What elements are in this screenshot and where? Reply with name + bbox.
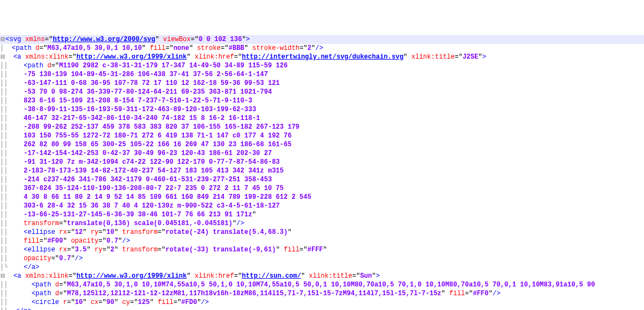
code-line: ││ -208 99-262 252-137 459 378 583 383 8… xyxy=(0,123,644,131)
code-editor[interactable]: ⊟<svg xmlns="http://www.w3.org/2000/svg"… xyxy=(0,35,644,310)
tag-token: <a xyxy=(13,53,21,61)
attr-value-token: 10 xyxy=(75,298,83,306)
attr-value-token: -75 138-139 104-89-45-31-286 106-438 37-… xyxy=(24,71,268,78)
attr-name-token: rx xyxy=(59,228,67,236)
link-text[interactable]: http://intertwingly.net/svg/dukechain.sv… xyxy=(242,53,403,61)
punct-token: " xyxy=(233,220,236,227)
fold-toggle[interactable]: ⊟ xyxy=(0,35,5,44)
line-content: </a> xyxy=(8,307,31,310)
punct-token: =" xyxy=(299,246,307,254)
attr-name-token: xmlns:xlink xyxy=(25,272,68,280)
attr-value-token: Sun xyxy=(360,272,372,280)
punct-token: " xyxy=(252,211,256,219)
punct-token: =" xyxy=(68,53,76,61)
attr-value-token: -208 99-262 252-137 459 378 583 383 820 … xyxy=(24,123,299,131)
attr-value-token: 0 0 102 136 xyxy=(199,36,242,43)
attr-value-token: 46-147 32-217-65-342-86-110-34-240 74-18… xyxy=(24,114,260,122)
punct-token: =" xyxy=(59,281,67,289)
attr-name-token: transform xyxy=(122,228,158,236)
attr-value-token: rotate(-24) translate(5.4,68.3) xyxy=(166,228,288,236)
tag-token: <a xyxy=(13,272,21,280)
line-content: <a xmlns:xlink="http://www.w3.org/1999/x… xyxy=(5,53,486,61)
punct-token: =" xyxy=(234,53,242,61)
punct-token: " xyxy=(403,53,411,61)
code-line: ││ -13-66-25-131-27-145-6-36-39 38-46 10… xyxy=(0,210,644,219)
code-line: ││ transform="translate(0,136) scale(0.0… xyxy=(0,219,644,228)
attr-name-token: rx xyxy=(59,246,67,254)
punct-token: " xyxy=(323,246,327,254)
tag-token: /> xyxy=(492,290,500,297)
code-line: │ <path d="M63,47a10,5 30,0,1 10,10" fil… xyxy=(0,44,644,53)
tag-token: /> xyxy=(236,220,244,227)
punct-token: " xyxy=(372,272,376,280)
tag-token: > xyxy=(482,53,486,61)
line-content: opacity="0.7"/> xyxy=(8,255,83,262)
link-text[interactable]: http://www.w3.org/2000/svg xyxy=(53,36,155,43)
attr-value-token: 12 xyxy=(75,228,83,236)
punct-token: =" xyxy=(59,290,67,297)
link-text[interactable]: http://sun.com/ xyxy=(242,272,301,280)
punct-token xyxy=(55,228,59,236)
code-line: ││ -38-8-99-11-135-16-193-59-311-172-463… xyxy=(0,105,644,114)
punct-token: " xyxy=(301,272,309,280)
line-content: -38-8-99-11-135-16-193-59-311-172-463-89… xyxy=(8,106,256,113)
line-content: 4 30 8 66 11 80 2 14 9 52 14 85 109 661 … xyxy=(8,193,311,201)
attr-name-token: xlink:href xyxy=(195,53,234,61)
attr-name-token: opacity xyxy=(71,237,98,245)
attr-value-token: #FD0 xyxy=(181,298,197,306)
code-line: ││ 262 82 80 99 158 65 300-25 105-22 166… xyxy=(0,140,644,149)
attr-name-token: d xyxy=(55,281,59,289)
line-content: <circle r="10" cx="90" cy="125" fill="#F… xyxy=(8,298,208,306)
attr-name-token: opacity xyxy=(24,255,51,262)
tag-token: > xyxy=(246,36,250,43)
code-line: ││ 4 30 8 66 11 80 2 14 9 52 14 85 109 6… xyxy=(0,193,644,202)
code-line: ││ -53 70 0 98-274 36-339-77-80-124-64-2… xyxy=(0,88,644,96)
line-content: 823 6-16 15-109 21-208 8-154 7-237-7-510… xyxy=(8,97,252,105)
code-line: ││ -17-142-154-142-253 0-42-37 30-49 96-… xyxy=(0,149,644,158)
tag-token: </a> xyxy=(16,307,32,310)
attr-name-token: xmlns xyxy=(25,36,45,43)
attr-value-token: -214 c237-426 341-786 342-1179 0-460-61-… xyxy=(24,176,272,183)
link-text[interactable]: http://www.w3.org/1999/xlink xyxy=(77,272,187,280)
code-line: ││ 823 6-16 15-109 21-208 8-154 7-237-7-… xyxy=(0,96,644,105)
attr-value-token: -13-66-25-131-27-145-6-36-39 38-46 101-7… xyxy=(24,211,252,219)
line-content: <path d="M78,125l12,12l12-12l-12-12zM81,… xyxy=(8,290,500,297)
punct-token: =" xyxy=(102,246,110,254)
attr-name-token: fill xyxy=(158,298,173,306)
punct-token: " xyxy=(142,44,149,52)
punct-token xyxy=(21,53,25,61)
line-content: 367-824 35-124-110-190-136-208-80-7 22-7… xyxy=(8,185,283,192)
attr-value-token: -63-147-111 0-68 36-95 107-78 72 17 110 … xyxy=(24,79,280,87)
punct-token: =" xyxy=(158,228,165,236)
line-content: -208 99-262 252-137 459 378 583 383 820 … xyxy=(8,123,299,131)
code-line: ││ 303-6 28-4 32 15 36 38 7 40 4 120-139… xyxy=(0,202,644,210)
attr-name-token: cy xyxy=(122,298,130,306)
code-line: ⊟ <a xmlns:xlink="http://www.w3.org/1999… xyxy=(0,53,644,61)
line-content: 103 150 755-55 1272-72 180-71 272 6 419 … xyxy=(8,132,292,140)
line-content: </a> xyxy=(8,263,39,271)
tag-token: > xyxy=(376,272,380,280)
fold-toggle[interactable]: ⊟ xyxy=(0,53,5,61)
line-content: <path d="M63,47a10,5 30,0,1 10,10" fill=… xyxy=(4,44,323,52)
punct-token xyxy=(21,272,25,280)
punct-token: " xyxy=(288,228,292,236)
punct-token: " xyxy=(114,228,122,236)
fold-toggle[interactable]: ⊟ xyxy=(0,272,5,280)
punct-token: =" xyxy=(234,272,242,280)
punct-token: =" xyxy=(67,298,74,306)
punct-token: " xyxy=(63,237,71,245)
attr-value-token: 2 xyxy=(111,246,114,254)
attr-value-token: 303-6 28-4 32 15 36 38 7 40 4 120-139z m… xyxy=(24,202,280,210)
attr-name-token: d xyxy=(55,290,59,297)
attr-value-token: -53 70 0 98-274 36-339-77-80-124-64-211 … xyxy=(24,88,272,96)
attr-value-token: #F00 xyxy=(47,237,63,245)
punct-token: =" xyxy=(173,298,181,306)
tag-token: <path xyxy=(32,281,51,289)
link-text[interactable]: http://www.w3.org/1999/xlink xyxy=(77,53,187,61)
code-line: ││ <path d="M78,125l12,12l12-12l-12-12zM… xyxy=(0,289,644,298)
code-line: │└ </a> xyxy=(0,307,644,310)
punct-token: =" xyxy=(59,220,67,227)
attr-value-token: 4 30 8 66 11 80 2 14 9 52 14 85 109 661 … xyxy=(24,193,311,201)
attr-value-token: M63,47a10,5 30,0,1 10,10 xyxy=(47,44,142,52)
line-content: 2-183-78-173-139 14-82-172-40-237 54-127… xyxy=(8,167,283,175)
